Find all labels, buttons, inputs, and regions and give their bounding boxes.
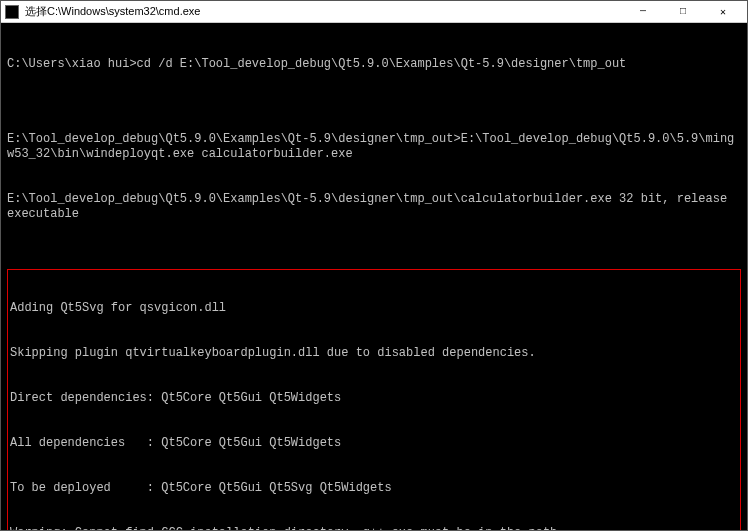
window-controls: ─ □ ✕ [623,1,743,23]
terminal-line: All dependencies : Qt5Core Qt5Gui Qt5Wid… [10,436,738,451]
titlebar[interactable]: 选择C:\Windows\system32\cmd.exe ─ □ ✕ [1,1,747,23]
terminal-line: Skipping plugin qtvirtualkeyboardplugin.… [10,346,738,361]
terminal-line: E:\Tool_develop_debug\Qt5.9.0\Examples\Q… [7,192,741,222]
terminal-line: To be deployed : Qt5Core Qt5Gui Qt5Svg Q… [10,481,738,496]
close-button[interactable]: ✕ [703,1,743,23]
maximize-button[interactable]: □ [663,1,703,23]
highlighted-output-box: Adding Qt5Svg for qsvgicon.dll Skipping … [7,269,741,530]
cmd-window: 选择C:\Windows\system32\cmd.exe ─ □ ✕ C:\U… [0,0,748,531]
cmd-icon [5,5,19,19]
terminal-line: Adding Qt5Svg for qsvgicon.dll [10,301,738,316]
terminal-line: E:\Tool_develop_debug\Qt5.9.0\Examples\Q… [7,132,741,162]
terminal-line: Direct dependencies: Qt5Core Qt5Gui Qt5W… [10,391,738,406]
terminal-output[interactable]: C:\Users\xiao hui>cd /d E:\Tool_develop_… [1,23,747,530]
minimize-button[interactable]: ─ [623,1,663,23]
terminal-line: Warning: Cannot find GCC installation di… [10,526,738,530]
terminal-line: C:\Users\xiao hui>cd /d E:\Tool_develop_… [7,57,741,72]
window-title: 选择C:\Windows\system32\cmd.exe [25,4,623,19]
